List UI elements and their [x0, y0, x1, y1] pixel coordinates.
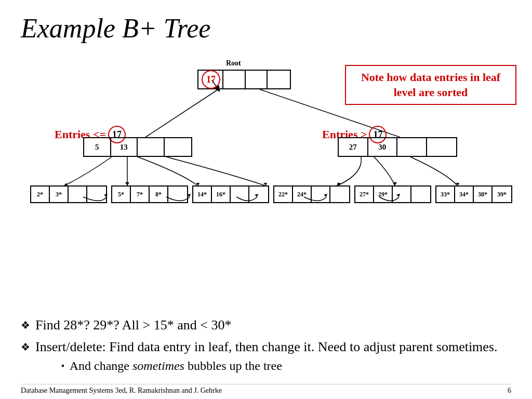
leaf-3-cell-3: [231, 187, 249, 202]
leaf-6-cell-4: 39*: [493, 187, 511, 202]
leaf-5-cell-3: [393, 187, 411, 202]
leaf-6-cell-3: 38*: [474, 187, 493, 202]
leaf-1-cell-3: [69, 187, 87, 202]
leaf-3-cell-2: 16*: [212, 187, 231, 202]
bullet-1: ❖ Find 28*? 29*? All > 15* and < 30*: [21, 316, 511, 334]
footer: Database Management Systems 3ed, R. Rama…: [21, 384, 511, 395]
root-value: 17: [202, 70, 220, 89]
leaf-2-cell-3: 8*: [150, 187, 168, 202]
slide-title: Example B+ Tree: [21, 13, 511, 44]
left-cell-4: [165, 138, 191, 156]
leaf-6-cell-1: 33*: [436, 187, 455, 202]
bullet-1-diamond: ❖: [21, 318, 30, 332]
root-label: Root: [226, 59, 241, 68]
leaf-1-cell-1: 2*: [31, 187, 50, 202]
bullet-1-text: Find 28*? 29*? All > 15* and < 30*: [35, 316, 231, 334]
root-cell-3: [246, 70, 268, 89]
left-child-node: 5 13: [83, 137, 192, 157]
leaf-3-cell-4: [249, 187, 268, 202]
root-cell-4: [268, 70, 290, 89]
bullet-2-text: Insert/delete: Find data entry in leaf, …: [35, 339, 498, 354]
leaf-4-cell-2: 24*: [293, 187, 312, 202]
right-cell-3: [397, 138, 427, 156]
footer-right: 6: [508, 387, 511, 395]
leaf-4-cell-1: 22*: [274, 187, 293, 202]
sub-bullet-text: And change sometimes bubbles up the tree: [70, 358, 282, 374]
bullet-2: ❖ Insert/delete: Find data entry in leaf…: [21, 338, 511, 374]
leaf-row: 2* 3* 5* 7* 8* 14* 16* 22* 2: [30, 185, 521, 203]
leaf-5-cell-4: [411, 187, 430, 202]
leaf-node-1: 2* 3*: [30, 185, 107, 203]
right-cell-1: 27: [339, 138, 368, 156]
leaf-node-5: 27* 29*: [354, 185, 431, 203]
sub-bullet-marker: ▪: [61, 361, 64, 371]
leaf-2-cell-2: 7*: [131, 187, 150, 202]
leaf-2-cell-4: [168, 187, 187, 202]
leaf-5-cell-1: 27*: [355, 187, 374, 202]
svg-line-0: [145, 89, 218, 137]
leaf-1-cell-4: [87, 187, 106, 202]
leaf-5-cell-2: 29*: [374, 187, 393, 202]
leaf-node-6: 33* 34* 38* 39*: [435, 185, 512, 203]
footer-left: Database Management Systems 3ed, R. Rama…: [21, 387, 222, 395]
leaf-3-cell-1: 14*: [193, 187, 212, 202]
leaf-2-cell-1: 5*: [112, 187, 131, 202]
left-cell-3: [138, 138, 165, 156]
bullet-2-diamond: ❖: [21, 340, 30, 354]
right-cell-2: 30: [368, 138, 398, 156]
sub-bullet-1: ▪ And change sometimes bubbles up the tr…: [61, 358, 498, 374]
leaf-4-cell-4: [330, 187, 349, 202]
leaf-4-cell-3: [312, 187, 330, 202]
leaf-node-3: 14* 16*: [192, 185, 269, 203]
root-node: 17: [197, 70, 291, 89]
left-cell-2: 13: [111, 138, 138, 156]
root-cell-1: 17: [198, 70, 223, 89]
tree-diagram: Root 17 Entries <= 17 Entries > 17 5 13: [21, 49, 511, 215]
root-cell-2: [223, 70, 246, 89]
leaf-node-4: 22* 24*: [273, 185, 350, 203]
leaf-6-cell-2: 34*: [455, 187, 474, 202]
right-cell-4: [427, 138, 456, 156]
leaf-node-2: 5* 7* 8*: [111, 185, 188, 203]
leaf-1-cell-2: 3*: [50, 187, 69, 202]
right-child-node: 27 30: [338, 137, 457, 157]
left-cell-1: 5: [84, 138, 111, 156]
bullets-section: ❖ Find 28*? 29*? All > 15* and < 30* ❖ I…: [21, 316, 511, 378]
